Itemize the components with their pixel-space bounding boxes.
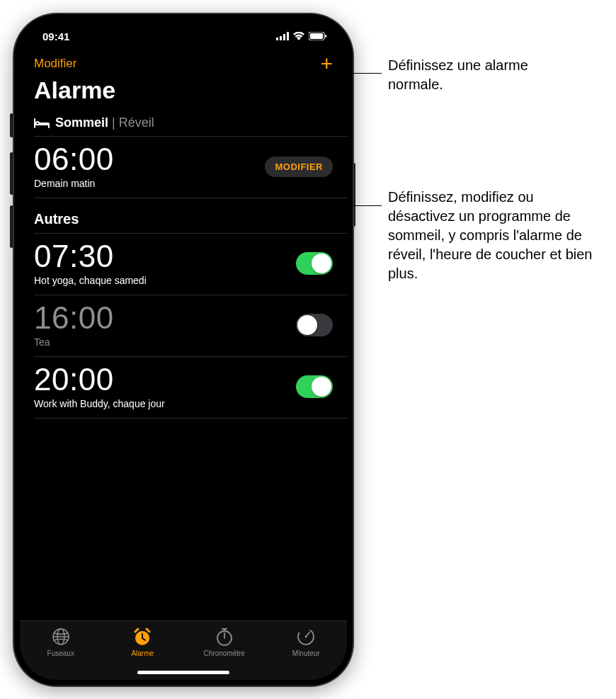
alarm-text: 16:00 Tea <box>34 302 114 348</box>
tab-label: Chronomètre <box>204 649 245 657</box>
edit-button[interactable]: Modifier <box>34 57 76 71</box>
timer-icon <box>296 627 316 647</box>
switch-knob <box>297 315 317 335</box>
alarm-icon <box>132 627 152 647</box>
add-alarm-button[interactable]: + <box>320 57 333 71</box>
svg-rect-1 <box>280 36 282 40</box>
page-title: Alarme <box>20 74 347 111</box>
callout-line <box>330 73 382 74</box>
bed-icon <box>34 118 50 129</box>
callout-add: Définissez une alarme normale. <box>388 56 586 94</box>
callout-modify: Définissez, modifiez ou désactivez un pr… <box>388 188 600 283</box>
tab-stopwatch[interactable]: Chronomètre <box>183 627 266 657</box>
sleep-alarm-subtitle: Demain matin <box>34 178 114 189</box>
svg-rect-3 <box>287 32 289 40</box>
sleep-alarm-time: 06:00 <box>34 144 114 175</box>
sleep-alarm-row: 06:00 Demain matin MODIFIER <box>20 137 347 198</box>
modify-sleep-button[interactable]: MODIFIER <box>265 157 333 177</box>
status-icons <box>276 32 327 40</box>
home-indicator[interactable] <box>137 671 229 674</box>
phone-frame: 09:41 Modifier + Alarme Sommeil | Réveil <box>14 14 353 686</box>
switch-knob <box>312 377 331 397</box>
others-header: Autres <box>20 198 347 233</box>
alarm-toggle[interactable] <box>296 375 333 398</box>
tab-label: Minuteur <box>292 649 320 657</box>
svg-rect-6 <box>325 35 326 38</box>
alarm-time: 16:00 <box>34 302 114 334</box>
tab-label: Fuseaux <box>47 649 74 657</box>
svg-rect-5 <box>310 33 323 39</box>
nav-bar: Modifier + <box>20 52 347 74</box>
alarm-time: 20:00 <box>34 364 165 395</box>
notch <box>113 14 254 35</box>
alarm-text: 20:00 Work with Buddy, chaque jour <box>34 364 165 409</box>
divider-text: | <box>112 115 119 130</box>
alarm-subtitle: Hot yoga, chaque samedi <box>34 275 147 286</box>
alarm-row[interactable]: 07:30 Hot yoga, chaque samedi <box>20 234 347 295</box>
status-time: 09:41 <box>42 30 69 42</box>
globe-icon <box>51 627 71 647</box>
tab-label: Alarme <box>131 649 154 657</box>
cellular-icon <box>276 32 289 40</box>
alarm-row[interactable]: 16:00 Tea <box>20 295 347 356</box>
alarm-toggle[interactable] <box>296 314 333 336</box>
alarm-subtitle: Work with Buddy, chaque jour <box>34 398 165 409</box>
content: Sommeil | Réveil 06:00 Demain matin MODI… <box>20 111 347 620</box>
divider <box>34 418 347 419</box>
volume-up-button <box>10 152 13 195</box>
mute-switch <box>10 113 13 137</box>
battery-icon <box>309 32 327 40</box>
switch-knob <box>312 254 331 273</box>
alarm-row[interactable]: 20:00 Work with Buddy, chaque jour <box>20 357 347 418</box>
svg-rect-2 <box>283 34 285 40</box>
stopwatch-icon <box>215 627 234 647</box>
alarm-subtitle: Tea <box>34 336 114 348</box>
sleep-alarm-text: 06:00 Demain matin <box>34 144 114 189</box>
wifi-icon <box>293 32 304 40</box>
alarm-toggle[interactable] <box>296 252 333 275</box>
sleep-section-header: Sommeil | Réveil <box>20 111 347 136</box>
alarm-text: 07:30 Hot yoga, chaque samedi <box>34 241 147 286</box>
tab-alarm[interactable]: Alarme <box>102 627 184 657</box>
tab-timer[interactable]: Minuteur <box>266 627 348 657</box>
screen: 09:41 Modifier + Alarme Sommeil | Réveil <box>20 20 347 680</box>
sleep-label: Sommeil | Réveil <box>55 115 154 130</box>
callout-line <box>323 205 382 206</box>
tab-world-clock[interactable]: Fuseaux <box>20 627 102 657</box>
wake-text: Réveil <box>119 115 154 130</box>
svg-rect-0 <box>276 38 278 40</box>
sleep-text: Sommeil <box>55 115 108 130</box>
svg-point-17 <box>305 636 307 638</box>
volume-down-button <box>10 205 13 248</box>
alarm-time: 07:30 <box>34 241 147 272</box>
